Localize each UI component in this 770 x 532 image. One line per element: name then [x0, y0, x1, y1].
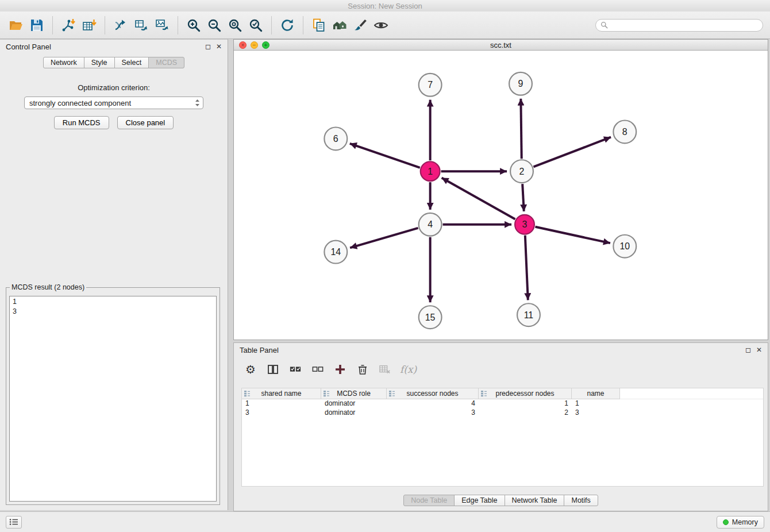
graph-edge-2-3[interactable]: [522, 184, 524, 211]
search-icon: [600, 21, 608, 29]
float-table-panel-icon[interactable]: ◻: [745, 346, 751, 353]
zoom-out-icon[interactable]: [204, 14, 225, 36]
tab-select[interactable]: Select: [114, 57, 149, 68]
close-panel-button[interactable]: Close panel: [117, 116, 174, 129]
graph-node-14[interactable]: 14: [324, 241, 347, 264]
control-panel-header: Control Panel ◻ ✕: [0, 40, 228, 53]
network-window: × − + scc.txt 7968124314101511: [233, 39, 768, 340]
column-type-icon: [388, 390, 395, 397]
graph-edge-3-1[interactable]: [442, 178, 515, 219]
control-panel: Control Panel ◻ ✕ Network Style Select M…: [0, 39, 228, 510]
graph-node-15[interactable]: 15: [419, 306, 442, 329]
network-graph: 7968124314101511: [234, 51, 768, 340]
graph-node-11[interactable]: 11: [517, 303, 540, 326]
window-title: Session: New Session: [348, 2, 422, 10]
column-header-successor-nodes[interactable]: successor nodes: [387, 388, 479, 399]
control-panel-title: Control Panel: [6, 43, 51, 51]
export-table-icon[interactable]: [131, 14, 152, 36]
graph-node-7[interactable]: 7: [419, 74, 442, 97]
tab-style[interactable]: Style: [84, 57, 115, 68]
criterion-dropdown[interactable]: strongly connected component: [24, 97, 203, 109]
window-minimize-icon[interactable]: −: [251, 41, 258, 49]
tab-edge-table[interactable]: Edge Table: [454, 495, 505, 506]
graph-node-8[interactable]: 8: [613, 121, 636, 144]
search-input[interactable]: [611, 21, 758, 29]
memory-button[interactable]: Memory: [717, 516, 764, 529]
float-panel-icon[interactable]: ◻: [205, 43, 211, 50]
graph-node-2[interactable]: 2: [510, 160, 533, 183]
show-columns-icon[interactable]: [265, 362, 280, 377]
graph-edge-3-11[interactable]: [525, 236, 528, 300]
refresh-icon[interactable]: [277, 14, 298, 36]
column-header-name[interactable]: name: [572, 388, 620, 399]
apply-style-icon[interactable]: [350, 14, 371, 36]
column-header-predecessor-nodes[interactable]: predecessor nodes: [479, 388, 572, 399]
graph-edge-3-10[interactable]: [535, 227, 610, 243]
table-row[interactable]: 1dominator411: [242, 399, 763, 408]
table-cell[interactable]: 1: [479, 399, 572, 408]
column-type-icon: [244, 390, 251, 397]
table-cell[interactable]: 3: [572, 408, 620, 418]
close-panel-icon[interactable]: ✕: [216, 43, 222, 50]
tab-motifs[interactable]: Motifs: [564, 495, 598, 506]
copy-document-icon[interactable]: [309, 14, 329, 36]
run-mcds-button[interactable]: Run MCDS: [54, 116, 109, 129]
graph-node-10[interactable]: 10: [613, 235, 636, 258]
tab-mcds[interactable]: MCDS: [148, 57, 184, 68]
graph-node-4[interactable]: 4: [419, 213, 442, 236]
new-network-from-selection-icon[interactable]: [110, 14, 131, 36]
tab-network-table[interactable]: Network Table: [505, 495, 565, 506]
table-cell[interactable]: dominator: [321, 408, 387, 418]
table-cell[interactable]: 2: [479, 408, 572, 418]
window-zoom-icon[interactable]: +: [262, 41, 270, 49]
close-table-panel-icon[interactable]: ✕: [756, 346, 762, 353]
table-settings-icon[interactable]: ⚙: [243, 362, 258, 377]
deselect-all-icon[interactable]: [310, 362, 325, 377]
tab-network[interactable]: Network: [43, 57, 84, 68]
table-cell[interactable]: 1: [572, 399, 620, 408]
mcds-result-box: MCDS result (2 nodes) 13: [6, 283, 220, 505]
table-cell[interactable]: dominator: [321, 399, 387, 408]
import-network-icon[interactable]: [58, 14, 79, 36]
column-header-shared-name[interactable]: shared name: [242, 388, 321, 399]
dropdown-arrows-icon: [194, 98, 201, 107]
graph-edge-2-8[interactable]: [533, 137, 611, 167]
export-image-icon[interactable]: [152, 14, 172, 36]
search-field[interactable]: [595, 19, 763, 32]
delete-row-icon[interactable]: [355, 362, 370, 377]
delete-column-icon[interactable]: [378, 362, 392, 377]
column-header-mcds-role[interactable]: MCDS role: [321, 388, 387, 399]
table-panel-header: Table Panel ◻ ✕: [234, 343, 768, 357]
svg-text:7: 7: [428, 80, 433, 90]
graph-node-9[interactable]: 9: [509, 72, 532, 95]
select-all-icon[interactable]: [288, 362, 303, 377]
memory-status-icon: [723, 519, 729, 525]
network-canvas[interactable]: 7968124314101511: [234, 51, 768, 340]
svg-text:14: 14: [330, 247, 341, 257]
window-close-icon[interactable]: ×: [239, 41, 247, 49]
table-cell[interactable]: 3: [242, 408, 321, 418]
table-cell[interactable]: 3: [387, 408, 479, 418]
tab-node-table[interactable]: Node Table: [403, 495, 455, 506]
zoom-selected-icon[interactable]: [245, 14, 266, 36]
graph-node-3[interactable]: 3: [515, 215, 534, 234]
zoom-fit-icon[interactable]: [225, 14, 245, 36]
zoom-in-icon[interactable]: [183, 14, 204, 36]
table-row[interactable]: 3dominator323: [242, 408, 763, 418]
graph-edge-2-9[interactable]: [521, 99, 521, 159]
task-history-button[interactable]: [6, 516, 22, 529]
svg-text:2: 2: [519, 167, 525, 176]
home-icon[interactable]: [329, 14, 350, 36]
eye-icon[interactable]: [371, 14, 391, 36]
graph-edge-1-6[interactable]: [350, 144, 420, 168]
import-table-icon[interactable]: [79, 14, 99, 36]
save-session-icon[interactable]: [26, 14, 47, 36]
graph-edge-4-14[interactable]: [350, 228, 418, 248]
open-session-icon[interactable]: [6, 14, 26, 36]
graph-node-6[interactable]: 6: [324, 127, 347, 150]
table-cell[interactable]: 4: [387, 399, 479, 408]
function-builder-icon[interactable]: f(x): [400, 362, 417, 377]
graph-node-1[interactable]: 1: [421, 161, 440, 181]
table-cell[interactable]: 1: [242, 399, 321, 408]
add-row-icon[interactable]: [333, 362, 348, 377]
